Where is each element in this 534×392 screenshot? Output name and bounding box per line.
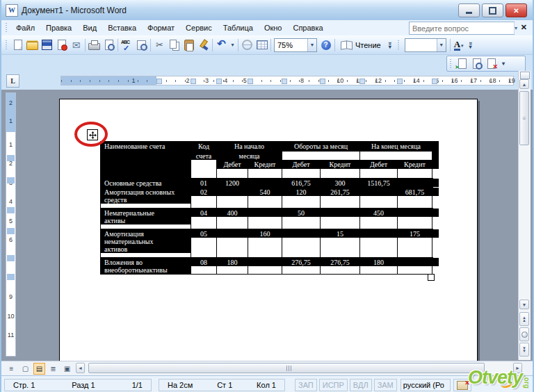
mode-track-changes[interactable]: ИСПР bbox=[319, 379, 348, 391]
table-cell[interactable] bbox=[191, 217, 217, 224]
scroll-right-arrow-icon[interactable]: ► bbox=[513, 363, 522, 373]
menubar-grip[interactable] bbox=[5, 22, 8, 33]
table-column-marker[interactable] bbox=[248, 79, 253, 84]
table-cell[interactable] bbox=[282, 204, 321, 208]
menu-tools[interactable]: Сервис bbox=[180, 22, 218, 34]
table-cell[interactable]: Наименование счета bbox=[101, 141, 191, 152]
table-cell[interactable] bbox=[101, 224, 191, 229]
table-cell[interactable]: внеоборотные активы bbox=[101, 266, 191, 274]
table-cell[interactable] bbox=[217, 217, 248, 224]
table-cell[interactable]: Амортизация bbox=[101, 229, 191, 238]
table-cell[interactable] bbox=[191, 266, 217, 274]
table-cell[interactable]: На начало bbox=[217, 141, 282, 152]
scroll-down-arrow-icon[interactable]: ▼ bbox=[519, 300, 529, 309]
vertical-scrollbar-thumb[interactable]: ≡ bbox=[519, 91, 529, 145]
table-cell[interactable] bbox=[101, 204, 191, 208]
print-layout-view-button[interactable]: ▤ bbox=[33, 363, 45, 375]
menu-edit[interactable]: Правка bbox=[40, 22, 77, 34]
table-cell[interactable] bbox=[398, 266, 432, 274]
table-cell[interactable] bbox=[248, 217, 282, 224]
table-cell[interactable]: средств bbox=[101, 196, 191, 204]
tab-selector-button[interactable]: L bbox=[6, 74, 19, 88]
table-cell[interactable] bbox=[217, 196, 248, 204]
table-cell[interactable]: Основные средства bbox=[101, 179, 191, 187]
table-cell[interactable]: Дебет bbox=[282, 160, 321, 169]
table-cell[interactable] bbox=[282, 238, 321, 245]
table-cell[interactable] bbox=[217, 238, 248, 245]
vertical-ruler[interactable]: 211234567891011 bbox=[6, 92, 16, 357]
insert-document-icon[interactable] bbox=[455, 57, 469, 71]
table-cell[interactable]: Кредит bbox=[321, 160, 360, 169]
table-column-marker[interactable] bbox=[432, 79, 437, 84]
table-cell[interactable] bbox=[217, 266, 248, 274]
table-cell[interactable]: 276,75 bbox=[321, 258, 360, 266]
table-cell[interactable] bbox=[191, 224, 217, 229]
review-document-icon[interactable] bbox=[469, 57, 484, 71]
formatting-options-chevron[interactable]: »▾ bbox=[466, 38, 476, 53]
formatting-toolbar-grip[interactable] bbox=[397, 40, 400, 51]
table-cell[interactable] bbox=[191, 204, 217, 208]
floating-toolbar-grip[interactable] bbox=[449, 58, 453, 70]
table-column-marker[interactable] bbox=[397, 79, 403, 84]
table-cell[interactable] bbox=[282, 245, 321, 253]
help-icon[interactable] bbox=[318, 38, 333, 52]
table-cell[interactable]: активы bbox=[101, 217, 191, 224]
table-column-marker[interactable] bbox=[156, 79, 162, 84]
table-row-marker[interactable] bbox=[7, 274, 15, 280]
toolbar-grip[interactable] bbox=[5, 40, 8, 51]
table-cell[interactable] bbox=[101, 152, 191, 160]
style-combobox[interactable]: ▼ bbox=[405, 38, 446, 52]
table-cell[interactable]: 50 bbox=[282, 209, 321, 217]
table-cell[interactable] bbox=[398, 179, 432, 187]
zoom-dropdown-icon[interactable]: ▼ bbox=[307, 39, 316, 51]
menu-insert[interactable]: Вставка bbox=[102, 22, 142, 34]
table-cell[interactable]: 616,75 bbox=[282, 179, 321, 187]
table-cell[interactable] bbox=[321, 217, 360, 224]
menu-help[interactable]: Справка bbox=[287, 22, 328, 34]
table-cell[interactable] bbox=[217, 204, 248, 208]
question-dropdown-icon[interactable]: ▾ bbox=[514, 22, 517, 34]
table-column-marker[interactable] bbox=[320, 79, 325, 84]
floating-toolbar-options-chevron[interactable]: ▾ bbox=[499, 56, 508, 72]
table-row-marker[interactable] bbox=[7, 177, 15, 183]
table-cell[interactable] bbox=[360, 229, 398, 238]
scroll-up-arrow-icon[interactable]: ▲ bbox=[519, 79, 529, 89]
table-cell[interactable]: 01 bbox=[191, 179, 217, 187]
menubar-close-icon[interactable]: ✕ bbox=[521, 23, 527, 32]
mail-icon[interactable] bbox=[69, 38, 83, 52]
table-cell[interactable] bbox=[321, 266, 360, 274]
table-cell[interactable]: Вложения во bbox=[101, 258, 191, 266]
table-cell[interactable] bbox=[282, 266, 321, 274]
table-cell[interactable] bbox=[398, 238, 432, 245]
split-handle[interactable] bbox=[520, 72, 530, 79]
table-cell[interactable] bbox=[101, 169, 191, 178]
new-document-icon[interactable] bbox=[10, 38, 25, 52]
table-cell[interactable] bbox=[398, 204, 432, 208]
table-cell[interactable] bbox=[360, 217, 398, 224]
hyperlink-icon[interactable] bbox=[240, 38, 254, 52]
table-cell[interactable]: 1516,75 bbox=[360, 179, 398, 187]
mode-extend[interactable]: ВДЛ bbox=[350, 379, 372, 391]
table-row-marker[interactable] bbox=[7, 207, 15, 213]
table-cell[interactable] bbox=[248, 196, 282, 204]
table-cell[interactable] bbox=[191, 169, 217, 178]
table-cell[interactable]: 175 bbox=[398, 229, 432, 238]
table-cell[interactable] bbox=[398, 253, 432, 257]
copy-icon[interactable] bbox=[167, 38, 181, 52]
table-cell[interactable] bbox=[248, 238, 282, 245]
table-cell[interactable]: 681,75 bbox=[398, 188, 432, 196]
menu-table[interactable]: Таблица bbox=[218, 22, 259, 34]
table-column-marker[interactable] bbox=[359, 79, 365, 84]
table-cell[interactable] bbox=[360, 253, 398, 257]
table-cell[interactable] bbox=[248, 169, 282, 178]
accounts-table[interactable]: Наименование счетаКодНа началоОбороты за… bbox=[100, 141, 439, 275]
permission-icon[interactable] bbox=[54, 38, 69, 52]
table-cell[interactable] bbox=[321, 224, 360, 229]
table-cell[interactable] bbox=[217, 188, 248, 196]
format-painter-icon[interactable] bbox=[196, 38, 211, 52]
table-cell[interactable]: 08 bbox=[191, 258, 217, 266]
web-layout-view-button[interactable]: ▢ bbox=[19, 363, 31, 375]
table-cell[interactable]: 160 bbox=[248, 229, 282, 238]
table-row-marker[interactable] bbox=[7, 155, 15, 161]
table-cell[interactable] bbox=[248, 266, 282, 274]
